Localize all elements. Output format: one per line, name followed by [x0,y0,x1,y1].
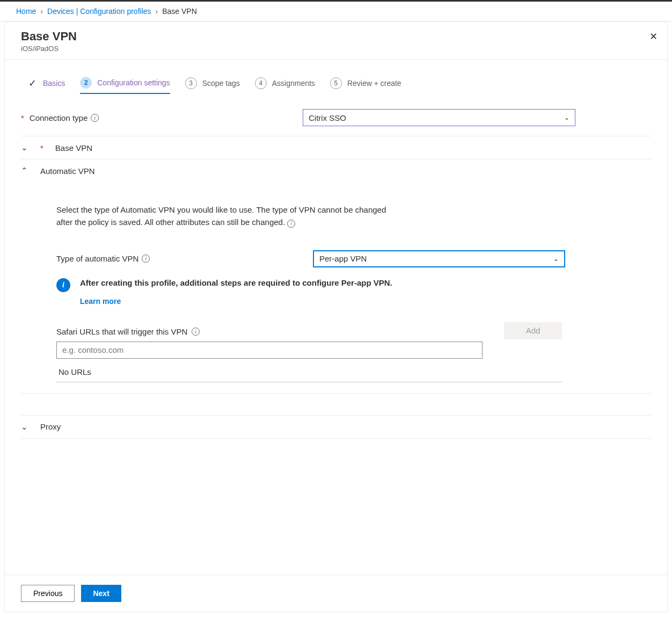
step-number: 5 [330,77,342,89]
info-icon[interactable]: i [287,220,295,228]
automatic-vpn-type-select[interactable]: Per-app VPN ⌄ [313,250,565,267]
footer-bar: Previous Next [5,575,667,612]
connection-type-label: * Connection type i [21,113,303,122]
tab-assignments[interactable]: 4 Assignments [255,77,315,93]
add-button[interactable]: Add [504,322,562,339]
section-title: Automatic VPN [40,166,95,176]
info-icon[interactable]: i [192,328,200,336]
chevron-down-icon: ⌄ [21,143,31,153]
breadcrumb-devices[interactable]: Devices | Configuration profiles [47,7,151,16]
check-icon: ✓ [28,77,36,89]
learn-more-link[interactable]: Learn more [80,297,392,306]
chevron-down-icon: ⌄ [564,114,569,121]
main-panel: Base VPN iOS/iPadOS ✕ ✓ Basics 2 Configu… [4,21,668,612]
section-proxy[interactable]: ⌄ Proxy [21,415,651,439]
previous-button[interactable]: Previous [21,585,75,602]
automatic-vpn-body: Select the type of Automatic VPN you wou… [21,182,651,394]
wizard-tabs: ✓ Basics 2 Configuration settings 3 Scop… [28,77,651,94]
step-number: 2 [80,77,92,89]
desc-text: Select the type of Automatic VPN you wou… [56,205,386,227]
chevron-down-icon: ⌄ [21,422,31,432]
automatic-vpn-type-row: Type of automatic VPN i Per-app VPN ⌄ [56,250,651,267]
label-text: Connection type [30,113,87,122]
section-base-vpn[interactable]: ⌄ * Base VPN [21,136,651,159]
connection-type-row: * Connection type i Citrix SSO ⌄ [21,109,651,126]
panel-body: ✓ Basics 2 Configuration settings 3 Scop… [5,60,667,487]
select-value: Per-app VPN [319,254,367,263]
step-number: 4 [255,77,267,89]
close-icon: ✕ [649,31,658,42]
info-callout: i After creating this profile, additiona… [56,278,651,306]
chevron-right-icon: › [156,7,158,16]
safari-url-input[interactable] [56,342,483,359]
info-icon[interactable]: i [91,114,99,122]
section-title: Proxy [40,422,61,431]
tab-review-create[interactable]: 5 Review + create [330,77,401,93]
required-marker: * [21,113,24,122]
tab-label: Review + create [347,79,401,88]
panel-header: Base VPN iOS/iPadOS ✕ [5,22,667,60]
label-text: Safari URLs that will trigger this VPN [56,327,187,336]
no-urls-text: No URLs [56,362,562,382]
chevron-right-icon: › [40,7,43,16]
connection-type-select[interactable]: Citrix SSO ⌄ [303,109,575,126]
breadcrumb: Home › Devices | Configuration profiles … [0,2,672,21]
tab-label: Scope tags [202,79,240,88]
required-marker: * [40,143,43,153]
chevron-up-icon: ⌃ [21,166,31,176]
tab-label: Basics [43,79,65,88]
step-number: 3 [185,77,197,89]
page-subtitle: iOS/iPadOS [21,45,651,53]
automatic-vpn-description: Select the type of Automatic VPN you wou… [56,204,389,229]
page-title: Base VPN [21,30,651,43]
label-text: Type of automatic VPN [56,254,138,263]
breadcrumb-current: Base VPN [162,7,197,16]
automatic-vpn-type-label: Type of automatic VPN i [56,254,313,263]
select-value: Citrix SSO [309,113,346,122]
chevron-down-icon: ⌄ [553,255,559,263]
section-automatic-vpn[interactable]: ⌃ Automatic VPN [21,159,651,182]
tab-label: Assignments [272,79,315,88]
close-button[interactable]: ✕ [649,31,658,42]
tab-label: Configuration settings [97,78,170,87]
info-badge-icon: i [56,278,70,292]
section-title: Base VPN [55,143,92,153]
next-button[interactable]: Next [81,585,121,602]
tab-configuration-settings[interactable]: 2 Configuration settings [80,77,170,94]
info-callout-text: After creating this profile, additional … [80,278,392,287]
tab-scope-tags[interactable]: 3 Scope tags [185,77,240,93]
breadcrumb-home[interactable]: Home [16,7,36,16]
tab-basics[interactable]: ✓ Basics [28,77,65,93]
safari-urls-row: Add [56,342,651,359]
info-icon[interactable]: i [142,255,150,263]
